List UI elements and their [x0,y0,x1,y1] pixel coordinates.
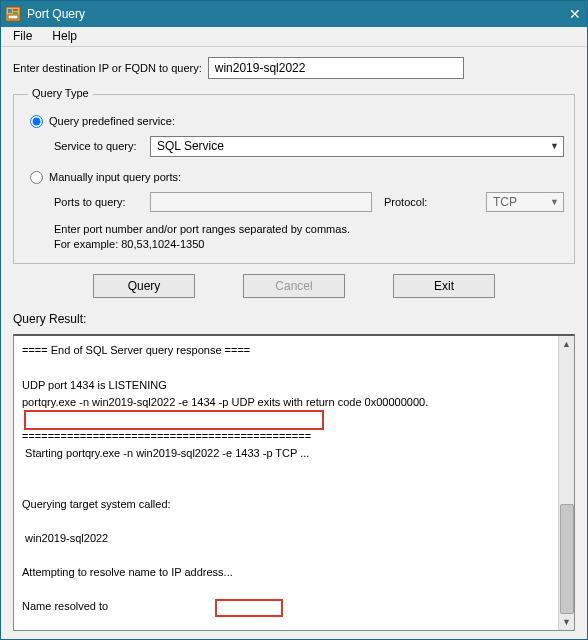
svg-rect-3 [13,12,18,14]
ports-input [150,192,372,212]
scroll-down-icon[interactable]: ▼ [559,614,574,630]
ports-hint: Enter port number and/or port ranges sep… [54,222,564,252]
radio-predefined[interactable] [30,115,43,128]
protocol-select: TCP ▼ [486,192,564,212]
service-select[interactable]: SQL Service ▼ [150,136,564,157]
window-title: Port Query [27,7,541,21]
chevron-down-icon: ▼ [550,197,559,207]
destination-label: Enter destination IP or FQDN to query: [13,62,202,74]
svg-rect-2 [13,9,18,11]
service-label: Service to query: [54,140,150,152]
destination-input[interactable] [208,57,464,79]
menu-help[interactable]: Help [42,27,87,45]
radio-predefined-label: Query predefined service: [49,115,175,127]
chevron-down-icon: ▼ [550,141,559,151]
hint-line2: For example: 80,53,1024-1350 [54,237,564,252]
protocol-selected-value: TCP [493,195,517,209]
query-result-label: Query Result: [1,312,587,330]
query-button[interactable]: Query [93,274,195,298]
titlebar: Port Query ✕ [1,1,587,27]
cancel-button: Cancel [243,274,345,298]
service-selected-value: SQL Service [157,139,224,153]
query-type-legend: Query Type [28,87,93,99]
menubar: File Help [1,27,587,47]
scroll-thumb[interactable] [560,504,574,614]
radio-manual-label: Manually input query ports: [49,171,181,183]
svg-rect-1 [8,9,12,13]
hint-line1: Enter port number and/or port ranges sep… [54,222,564,237]
query-result-text[interactable]: ==== End of SQL Server query response ==… [14,336,574,631]
svg-rect-4 [8,15,18,19]
scroll-up-icon[interactable]: ▲ [559,336,574,352]
ports-label: Ports to query: [54,196,150,208]
query-result-panel: ==== End of SQL Server query response ==… [13,334,575,631]
menu-file[interactable]: File [3,27,42,45]
protocol-label: Protocol: [384,196,480,208]
close-icon[interactable]: ✕ [541,6,581,22]
exit-button[interactable]: Exit [393,274,495,298]
scrollbar[interactable]: ▲ ▼ [558,336,574,630]
query-type-group: Query Type Query predefined service: Ser… [13,89,575,265]
app-icon [5,6,21,22]
radio-manual[interactable] [30,171,43,184]
